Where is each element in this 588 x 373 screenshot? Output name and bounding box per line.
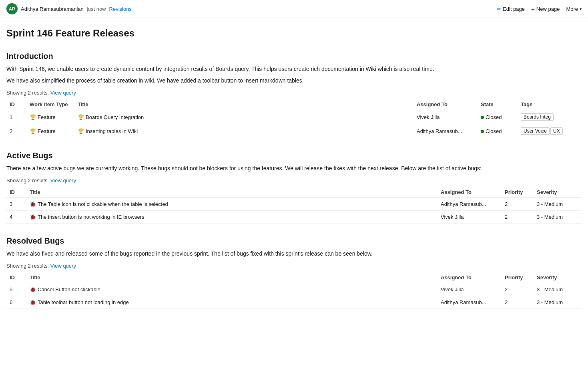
col-header-title: Title [74,99,413,110]
resolved-bugs-title: Resolved Bugs [6,236,582,246]
col-header-type: Work Item Type [26,99,74,110]
bug-row-priority: 2 [502,198,534,211]
bug-row-severity: 3 - Medium [534,198,582,211]
bug-icon: 🐞 [30,214,36,220]
intro-view-query-link[interactable]: View query [50,90,76,96]
col-header-title-bugs: Title [26,187,437,198]
intro-row-title: 🏆Boards Query Integration [74,110,413,124]
bugs-table-header: ID Title Assigned To Priority Severity [6,187,582,198]
new-page-button[interactable]: New page [531,6,560,12]
state-dot [481,116,484,119]
active-bugs-para: There are a few active bugs we are curre… [6,164,582,173]
bug-table-row: 3 🐞The Table icon is not clickable when … [6,198,582,211]
resolved-bug-row-priority: 2 [502,296,534,309]
intro-row-state: Closed [478,110,518,124]
resolved-bug-row-assigned: Adithya Ramasub... [437,296,502,309]
resolved-bug-row-priority: 2 [502,283,534,296]
col-header-severity-resolved: Severity [534,272,582,283]
resolved-bug-row-id: 5 [6,283,26,296]
col-header-title-resolved: Title [26,272,437,283]
col-header-id-bugs: ID [6,187,26,198]
col-header-id-resolved: ID [6,272,26,283]
col-header-tags: Tags [518,99,582,110]
col-header-severity-bugs: Severity [534,187,582,198]
tag-badge: User Voice [521,127,550,135]
intro-para-2: We have also simplified the process of t… [6,77,582,85]
tag-badge: Boards Integ [521,113,554,121]
state-dot [481,130,484,133]
edit-page-button[interactable]: Edit page [497,6,525,12]
chevron-down-icon: ▾ [580,7,582,11]
bug-row-assigned: Vivek Jilla [437,211,502,224]
bug-row-priority: 2 [502,211,534,224]
bug-row-title: 🐞The insert button is not working in IE … [26,211,437,224]
pencil-icon [497,6,501,12]
intro-row-id: 2 [6,124,26,138]
intro-row-type: 🏆Feature [26,124,74,138]
resolved-bug-row-assigned: Vivek Jilla [437,283,502,296]
active-bugs-view-query-link[interactable]: View query [50,177,76,183]
resolved-bug-row-title: 🐞Table toolbar button not loading in edg… [26,296,437,309]
bug-row-title: 🐞The Table icon is not clickable when th… [26,198,437,211]
bug-row-id: 3 [6,198,26,211]
intro-para-1: With Sprint 146, we enable users to crea… [6,65,582,73]
resolved-bug-icon: 🐞 [30,286,36,292]
active-bugs-showing-results: Showing 2 results. View query [6,177,582,183]
intro-row-type: 🏆Feature [26,110,74,124]
intro-table-row: 1 🏆Feature 🏆Boards Query Integration Viv… [6,110,582,124]
tag-badge: UX [550,127,563,135]
col-header-id: ID [6,99,26,110]
resolved-bug-table-row: 5 🐞Cancel Button not clickable Vivek Jil… [6,283,582,296]
bug-table-row: 4 🐞The insert button is not working in I… [6,211,582,224]
resolved-bugs-table-header: ID Title Assigned To Priority Severity [6,272,582,283]
resolved-bugs-showing-results: Showing 2 results. View query [6,263,582,269]
col-header-state: State [478,99,518,110]
edit-page-label: Edit page [503,6,525,12]
active-bugs-title: Active Bugs [6,151,582,160]
intro-showing-results: Showing 2 results. View query [6,90,582,96]
intro-table-row: 2 🏆Feature 🏆Inserting tables in Wiki Adi… [6,124,582,138]
resolved-bug-row-severity: 3 - Medium [534,296,582,309]
intro-row-assigned: Vivek Jilla [413,110,478,124]
col-header-priority-resolved: Priority [502,272,534,283]
more-button[interactable]: More ▾ [566,6,582,12]
resolved-bug-row-id: 6 [6,296,26,309]
intro-row-tags: User VoiceUX [518,124,582,138]
resolved-bug-row-title: 🐞Cancel Button not clickable [26,283,437,296]
intro-row-assigned: Adithya Ramasub... [413,124,478,138]
bug-icon: 🐞 [30,201,36,207]
bug-row-id: 4 [6,211,26,224]
col-header-assigned: Assigned To [413,99,478,110]
resolved-bugs-para: We have also fixed and released some of … [6,250,582,258]
feature-icon: 🏆 [30,114,36,120]
col-header-priority-bugs: Priority [502,187,534,198]
introduction-table: ID Work Item Type Title Assigned To Stat… [6,99,582,138]
intro-row-tags: Boards Integ [518,110,582,124]
resolved-bugs-view-query-link[interactable]: View query [50,263,76,269]
bug-row-assigned: Adithya Ramasub... [437,198,502,211]
revisions-link[interactable]: Revisions [109,6,132,12]
active-bugs-table: ID Title Assigned To Priority Severity 3… [6,187,582,224]
intro-row-id: 1 [6,110,26,124]
feature-title-icon: 🏆 [78,114,84,120]
page-content: Sprint 146 Feature Releases Introduction… [0,18,588,325]
avatar: AR [6,3,18,14]
header-right: Edit page New page More ▾ [497,6,582,12]
col-header-assigned-resolved: Assigned To [437,272,502,283]
header-left: AR Adithya Ramasubramanian just now Revi… [6,3,132,14]
timestamp: just now [87,6,106,12]
resolved-bug-icon: 🐞 [30,299,36,305]
feature-icon: 🏆 [30,128,36,134]
more-label: More [566,6,578,12]
intro-row-title: 🏆Inserting tables in Wiki [74,124,413,138]
bug-row-severity: 3 - Medium [534,211,582,224]
author-name: Adithya Ramasubramanian [21,6,84,12]
page-title: Sprint 146 Feature Releases [6,28,582,39]
feature-title-icon: 🏆 [78,128,84,134]
intro-table-header: ID Work Item Type Title Assigned To Stat… [6,99,582,110]
intro-row-state: Closed [478,124,518,138]
resolved-bug-row-severity: 3 - Medium [534,283,582,296]
resolved-bug-table-row: 6 🐞Table toolbar button not loading in e… [6,296,582,309]
plus-icon [531,6,535,12]
resolved-bugs-table: ID Title Assigned To Priority Severity 5… [6,272,582,309]
